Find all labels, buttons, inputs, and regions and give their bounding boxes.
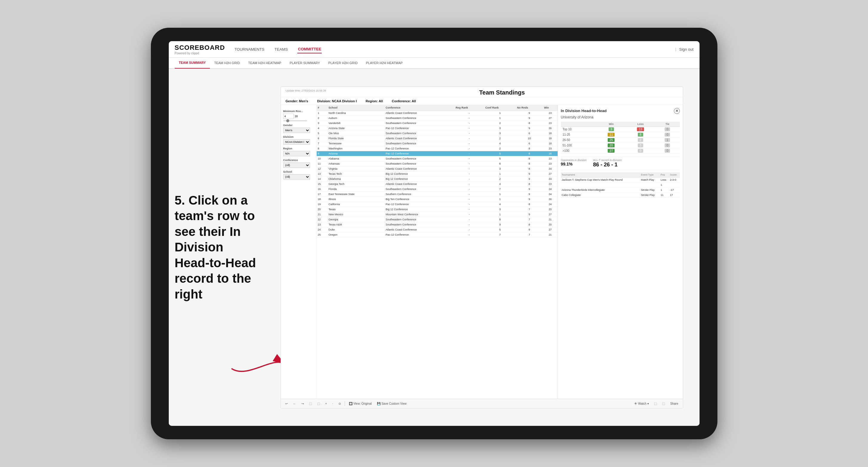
cell-school: Arizona State	[328, 126, 385, 131]
col-reg-rank: Reg Rank	[455, 105, 484, 111]
cell-reg-rank: -	[455, 191, 484, 196]
toolbar-redo[interactable]: ↪	[300, 401, 305, 406]
tourn-pos: 1	[659, 182, 669, 187]
cell-conf-rank: 3	[484, 207, 516, 212]
cell-conf-rank: 2	[484, 146, 516, 151]
table-row[interactable]: 23 Texas A&M Southeastern Conference - 9…	[317, 222, 558, 227]
toolbar-layout[interactable]: ⬚	[653, 401, 658, 406]
h2h-team-name: University of Arizona	[561, 115, 680, 119]
toolbar-paste[interactable]: ⬚	[316, 401, 321, 406]
toolbar-back[interactable]: ←	[291, 401, 298, 406]
tourn-score: -17	[669, 187, 680, 192]
col-no-rnds: No Rnds	[516, 105, 543, 111]
conference-select[interactable]: (All)	[283, 162, 310, 168]
table-row[interactable]: 12 Virginia Atlantic Coast Conference - …	[317, 166, 558, 171]
cell-no-rnds: 9	[516, 227, 543, 232]
table-row[interactable]: 2 Auburn Southeastern Conference - 1 9 2…	[317, 116, 558, 121]
sub-nav-team-h2h-heatmap[interactable]: TEAM H2H HEATMAP	[244, 57, 285, 69]
toolbar-save-custom[interactable]: 💾 Save Custom View	[375, 401, 408, 406]
sub-nav-player-summary[interactable]: PLAYER SUMMARY	[285, 57, 324, 69]
sub-nav-team-summary[interactable]: TEAM SUMMARY	[175, 57, 210, 69]
table-row[interactable]: 16 Florida Southeastern Conference - 7 9…	[317, 186, 558, 191]
cell-conference: Southeastern Conference	[384, 141, 455, 146]
cell-conf-rank: 1	[484, 191, 516, 196]
sub-nav: TEAM SUMMARY TEAM H2H GRID TEAM H2H HEAT…	[169, 58, 700, 69]
sub-nav-player-h2h-heatmap[interactable]: PLAYER H2H HEATMAP	[362, 57, 407, 69]
cell-conference: Big 12 Conference	[384, 171, 455, 176]
min-rounds-input[interactable]	[283, 114, 294, 119]
table-row[interactable]: 1 North Carolina Atlantic Coast Conferen…	[317, 110, 558, 116]
h2h-close-button[interactable]: ✕	[674, 108, 680, 114]
table-row[interactable]: 18 Illinois Big Ten Conference - 1 9 26	[317, 196, 558, 201]
cell-conference: Southeastern Conference	[384, 116, 455, 121]
cell-school: Alabama	[328, 156, 385, 161]
table-row[interactable]: 17 East Tennessee State Southern Confere…	[317, 191, 558, 196]
cell-num: 2	[317, 116, 328, 121]
cell-conf-rank: 1	[484, 196, 516, 201]
tourn-score: 2-3-0	[669, 177, 680, 182]
cell-win: 20	[543, 222, 557, 227]
table-row[interactable]: 21 New Mexico Mountain West Conference -…	[317, 212, 558, 217]
sub-nav-team-h2h-grid[interactable]: TEAM H2H GRID	[210, 57, 244, 69]
toolbar-watch[interactable]: 👁 Watch ▾	[633, 401, 650, 406]
standings-tbody: 1 North Carolina Atlantic Coast Conferen…	[317, 110, 558, 237]
nav-committee[interactable]: COMMITTEE	[297, 45, 322, 53]
region-select[interactable]: N/A	[283, 151, 310, 156]
cell-no-rnds: 10	[516, 136, 543, 141]
table-row[interactable]: 20 Texas Big 12 Conference - 3 7 20	[317, 207, 558, 212]
toolbar-share[interactable]: Share	[669, 401, 680, 406]
school-select[interactable]: (All)	[283, 174, 310, 180]
toolbar-undo[interactable]: ↩	[284, 401, 289, 406]
rounds-slider[interactable]	[283, 120, 307, 121]
cell-reg-rank: -	[455, 217, 484, 222]
region-label: Region: All	[366, 99, 383, 103]
table-row[interactable]: 25 Oregon Pac-12 Conference - 7 7 21	[317, 232, 558, 237]
toolbar-copy[interactable]: ⬚	[308, 401, 313, 406]
cell-win: 24	[543, 176, 557, 181]
toolbar-clock[interactable]: ⊙	[337, 401, 342, 406]
cell-reg-rank: -	[455, 176, 484, 181]
table-row[interactable]: 19 California Pac-12 Conference - 4 8 24	[317, 201, 558, 207]
gender-select[interactable]: Men's	[283, 128, 310, 133]
table-row[interactable]: 22 Georgia Southeastern Conference - 8 7…	[317, 217, 558, 222]
table-row[interactable]: 3 Vanderbilt Southeastern Conference - 2…	[317, 121, 558, 126]
sign-out-link[interactable]: Sign out	[679, 47, 693, 52]
cell-no-rnds: 8	[516, 201, 543, 207]
cell-conf-rank: 7	[484, 186, 516, 191]
cell-no-rnds: 9	[516, 110, 543, 116]
cell-conf-rank: 7	[484, 232, 516, 237]
cell-reg-rank: -	[455, 110, 484, 116]
table-row[interactable]: 13 Texas Tech Big 12 Conference - 1 9 27	[317, 171, 558, 176]
gender-label: Gender: Men's	[286, 99, 308, 103]
table-row[interactable]: 11 Arkansas Southeastern Conference - 6 …	[317, 161, 558, 166]
division-select[interactable]: NCAA Division I	[283, 139, 310, 145]
table-row[interactable]: 5 Ole Miss Southeastern Conference - 3 6…	[317, 131, 558, 136]
tournament-row: Jackson T. Stephens Cup Men's Match-Play…	[561, 177, 680, 182]
table-row[interactable]: 15 Georgia Tech Atlantic Coast Conferenc…	[317, 181, 558, 186]
nav-teams[interactable]: TEAMS	[274, 45, 289, 53]
table-row[interactable]: 24 Duke Atlantic Coast Conference - 5 9 …	[317, 227, 558, 232]
col-school: School	[328, 105, 385, 111]
standings-table-area: # School Conference Reg Rank Conf Rank N…	[317, 105, 558, 402]
cell-num: 10	[317, 156, 328, 161]
table-row[interactable]: 14 Oklahoma Big 12 Conference - 2 9 24	[317, 176, 558, 181]
table-row[interactable]: 10 Alabama Southeastern Conference - 5 8…	[317, 156, 558, 161]
toolbar-add[interactable]: +	[324, 401, 329, 406]
table-row[interactable]: 4 Arizona State Pac-12 Conference - 3 9 …	[317, 126, 558, 131]
cell-no-rnds: 9	[516, 196, 543, 201]
filters-bar: Gender: Men's Division: NCAA Division I …	[281, 97, 683, 105]
cell-num: 17	[317, 191, 328, 196]
tourn-col-event-type: Event Type	[640, 173, 660, 178]
table-row[interactable]: 7 Tennessee Southeastern Conference - 4 …	[317, 141, 558, 146]
table-row[interactable]: 9 Arizona Pac-12 Conference - 5 8 16	[317, 151, 558, 156]
table-row[interactable]: 8 Washington Pac-12 Conference - 2 8 23	[317, 146, 558, 151]
toolbar-more[interactable]: ⬚	[661, 401, 666, 406]
toolbar-dot[interactable]: ·	[331, 401, 335, 406]
cell-no-rnds: 8	[516, 181, 543, 186]
sub-nav-player-h2h-grid[interactable]: PLAYER H2H GRID	[324, 57, 362, 69]
table-row[interactable]: 6 Florida State Atlantic Coast Conferenc…	[317, 136, 558, 141]
h2h-range: 26-50	[561, 137, 597, 143]
cell-win: 18	[543, 141, 557, 146]
nav-tournaments[interactable]: TOURNAMENTS	[234, 45, 265, 53]
toolbar-view-original[interactable]: 🔲 View: Original	[347, 401, 373, 406]
